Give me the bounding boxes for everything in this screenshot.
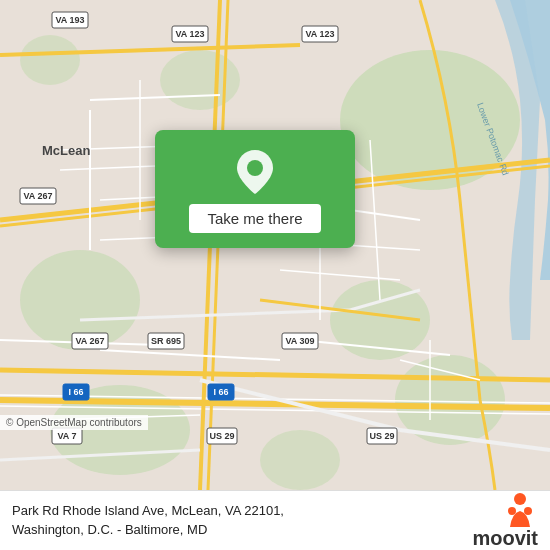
svg-text:VA 123: VA 123 [175,29,204,39]
address-line2: Washington, D.C. - Baltimore, MD [12,522,207,537]
attribution-text: © OpenStreetMap contributors [6,417,142,428]
map-container: VA 193 VA 123 VA 123 Lower Potomac Rd VA… [0,0,550,490]
svg-point-6 [160,50,240,110]
svg-text:VA 267: VA 267 [75,336,104,346]
location-pin-icon [237,150,273,194]
moovit-logo: moovit [472,491,538,550]
svg-line-36 [100,350,280,360]
svg-point-69 [508,507,516,515]
address-display: Park Rd Rhode Island Ave, McLean, VA 221… [12,502,462,538]
moovit-text-label: moovit [472,527,538,549]
svg-line-34 [280,270,400,280]
svg-text:US 29: US 29 [369,431,394,441]
moovit-icon-wrapper [502,491,538,527]
location-popup: Take me there [155,130,355,248]
svg-text:US 29: US 29 [209,431,234,441]
moovit-brand-text: moovit [472,527,538,550]
svg-text:I 66: I 66 [213,387,228,397]
map-attribution: © OpenStreetMap contributors [0,415,148,430]
take-me-there-button[interactable]: Take me there [189,204,320,233]
bottom-info-bar: Park Rd Rhode Island Ave, McLean, VA 221… [0,490,550,550]
svg-text:SR 695: SR 695 [151,336,181,346]
svg-text:I 66: I 66 [68,387,83,397]
svg-text:VA 7: VA 7 [57,431,76,441]
svg-point-7 [20,35,80,85]
address-line1: Park Rd Rhode Island Ave, McLean, VA 221… [12,503,284,518]
svg-point-67 [247,160,263,176]
svg-text:VA 193: VA 193 [55,15,84,25]
svg-point-0 [340,50,520,190]
svg-text:McLean: McLean [42,143,90,158]
svg-point-70 [524,507,532,515]
svg-text:VA 267: VA 267 [23,191,52,201]
moovit-person-icon [502,491,538,527]
svg-text:VA 123: VA 123 [305,29,334,39]
svg-point-5 [260,430,340,490]
svg-text:VA 309: VA 309 [285,336,314,346]
svg-point-68 [514,493,526,505]
